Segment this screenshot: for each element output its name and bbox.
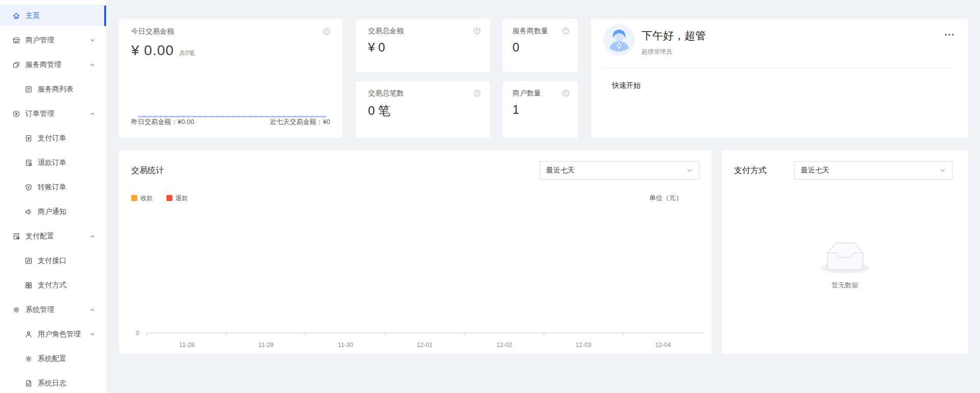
sidebar-item-label: 支付方式 xyxy=(38,281,66,290)
x-axis-line xyxy=(146,333,703,333)
sidebar-item-merchant-notifications[interactable]: 商户通知 xyxy=(0,202,106,222)
sidebar-item-transfer-orders[interactable]: 转账订单 xyxy=(0,177,106,198)
refund-swatch xyxy=(166,195,173,201)
divider xyxy=(603,68,956,68)
x-axis-label: 11-30 xyxy=(338,341,353,349)
chart-unit-label: 单位（元） xyxy=(649,193,682,203)
avatar xyxy=(603,24,635,56)
help-icon[interactable] xyxy=(562,27,570,35)
chevron-down-icon xyxy=(90,332,95,337)
last-seven-days-amount: 近七天交易金额：¥0 xyxy=(270,117,330,127)
provider-count-card: 服务商数量 0 xyxy=(503,19,578,72)
chevron-up-icon xyxy=(90,234,95,239)
chart-plot-area: 0 11-28 11-29 11-30 12-01 12-02 12-03 12… xyxy=(119,150,712,354)
sidebar-item-label: 服务商管理 xyxy=(26,60,61,69)
help-icon[interactable] xyxy=(473,27,481,35)
sidebar-item-payment-methods[interactable]: 支付方式 xyxy=(0,275,106,296)
help-icon[interactable] xyxy=(562,89,570,97)
x-axis-label: 11-28 xyxy=(179,341,194,349)
y-axis-tick: 0 xyxy=(119,330,139,337)
total-count-card: 交易总笔数 0 笔 xyxy=(356,81,490,138)
date-range-value: 最近七天 xyxy=(546,166,575,175)
sidebar-item-payment-interface[interactable]: 支付接口 xyxy=(0,251,106,271)
sidebar-item-label: 系统日志 xyxy=(38,379,66,388)
payment-methods-title: 支付方式 xyxy=(734,165,767,176)
help-icon[interactable] xyxy=(323,28,330,35)
x-axis-label: 12-02 xyxy=(497,341,512,349)
income-label: 收款 xyxy=(140,194,153,203)
greeting-role: 超级管理员 xyxy=(642,47,706,56)
home-icon xyxy=(12,12,20,20)
chevron-down-icon xyxy=(687,167,693,174)
list-icon xyxy=(24,85,33,93)
total-amount-card: 交易总金额 ¥ 0 xyxy=(356,19,490,72)
sidebar-item-label: 系统管理 xyxy=(26,305,54,314)
sidebar-item-payment-config[interactable]: 支付配置 xyxy=(0,226,106,247)
yesterday-amount: 昨日交易金额：¥0.00 xyxy=(131,117,194,127)
provider-count-value: 0 xyxy=(512,40,570,55)
user-icon xyxy=(24,330,33,338)
legend-item-refund[interactable]: 退款 xyxy=(166,194,188,203)
sidebar-item-payment-orders[interactable]: 支付订单 xyxy=(0,128,106,149)
chevron-down-icon xyxy=(940,167,946,174)
gear-icon xyxy=(12,306,20,314)
megaphone-icon xyxy=(24,208,33,216)
cluster-icon xyxy=(12,61,20,69)
sidebar-item-label: 退款订单 xyxy=(38,158,66,167)
refund-label: 退款 xyxy=(176,194,188,203)
gear-icon xyxy=(24,355,33,363)
main-content: 今日交易金额 ¥ 0.00 共0笔 昨日交易金额：¥0.00 近七天交易金额：¥… xyxy=(106,0,980,393)
sidebar-item-system-management[interactable]: 系统管理 xyxy=(0,300,106,320)
methods-date-range-select[interactable]: 最近七天 xyxy=(794,161,952,180)
admin-dashboard: 主页 商户管理 服务商管理 服务商列表 订单管理 支付订单 退款订单 xyxy=(0,0,980,393)
merchant-count-value: 1 xyxy=(512,103,570,117)
legend-item-income[interactable]: 收款 xyxy=(131,194,153,203)
empty-state: 暂无数据 xyxy=(722,242,968,290)
sidebar-item-system-config[interactable]: 系统配置 xyxy=(0,349,106,369)
provider-count-label: 服务商数量 xyxy=(512,27,548,36)
transaction-stats-panel: 交易统计 最近七天 收款 退款 单位（元） xyxy=(119,150,712,354)
more-icon[interactable] xyxy=(943,31,956,38)
grid-icon xyxy=(24,281,33,289)
sidebar-item-label: 转账订单 xyxy=(38,183,66,192)
x-axis-ticks xyxy=(146,333,703,335)
merchant-count-label: 商户数量 xyxy=(512,89,541,98)
x-axis-label: 12-03 xyxy=(576,341,592,349)
today-transactions-card: 今日交易金额 ¥ 0.00 共0笔 昨日交易金额：¥0.00 近七天交易金额：¥… xyxy=(119,19,342,138)
empty-box-icon xyxy=(821,242,870,274)
sidebar-item-label: 支付接口 xyxy=(38,256,66,265)
today-amount-label: 今日交易金额 xyxy=(131,27,174,36)
sidebar-item-service-provider-management[interactable]: 服务商管理 xyxy=(0,55,106,75)
sidebar-item-user-role-management[interactable]: 用户角色管理 xyxy=(0,324,106,345)
sidebar-item-label: 主页 xyxy=(26,11,40,20)
chevron-up-icon xyxy=(90,62,95,67)
shield-icon xyxy=(24,183,33,191)
income-swatch xyxy=(131,195,137,201)
top-border xyxy=(0,5,980,6)
sidebar-item-refund-orders[interactable]: 退款订单 xyxy=(0,153,106,173)
total-count-value: 0 笔 xyxy=(368,103,481,119)
transaction-stats-title: 交易统计 xyxy=(131,165,164,176)
help-icon[interactable] xyxy=(473,89,481,97)
sidebar: 主页 商户管理 服务商管理 服务商列表 订单管理 支付订单 退款订单 xyxy=(0,0,106,393)
chevron-up-icon xyxy=(90,111,95,116)
sidebar-item-order-management[interactable]: 订单管理 xyxy=(0,104,106,124)
greeting-title: 下午好，超管 xyxy=(642,29,706,43)
x-axis-label: 12-01 xyxy=(417,341,433,349)
pay-circle-icon xyxy=(12,110,20,118)
sidebar-item-service-provider-list[interactable]: 服务商列表 xyxy=(0,79,106,100)
sidebar-item-label: 系统配置 xyxy=(38,354,66,363)
today-count: 共0笔 xyxy=(179,49,195,58)
sidebar-item-label: 用户角色管理 xyxy=(38,330,81,339)
total-amount-value: ¥ 0 xyxy=(368,40,481,55)
sidebar-item-merchant-management[interactable]: 商户管理 xyxy=(0,30,106,51)
total-amount-label: 交易总金额 xyxy=(368,27,404,36)
sidebar-item-label: 服务商列表 xyxy=(38,85,74,94)
date-range-select[interactable]: 最近七天 xyxy=(540,161,699,180)
sidebar-item-home[interactable]: 主页 xyxy=(0,6,106,26)
sidebar-item-system-logs[interactable]: 系统日志 xyxy=(0,373,106,393)
methods-date-range-value: 最近七天 xyxy=(801,166,829,175)
refund-order-icon xyxy=(24,159,33,167)
pay-order-icon xyxy=(24,134,33,142)
sidebar-item-label: 商户通知 xyxy=(38,207,66,216)
